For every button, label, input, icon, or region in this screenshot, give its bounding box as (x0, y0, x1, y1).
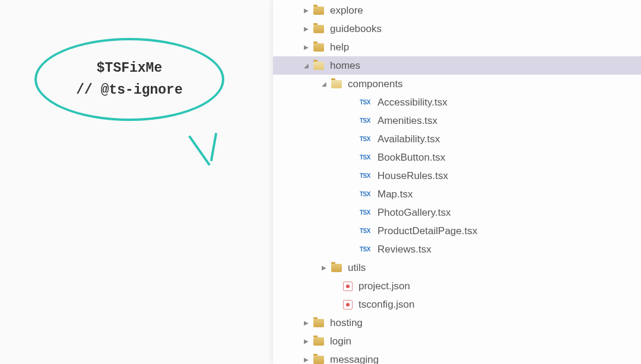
folder-icon (313, 25, 324, 33)
tree-item-label: project.json (358, 280, 410, 292)
tree-item-components[interactable]: ◢components (273, 75, 641, 93)
tree-item-label: Amenities.tsx (377, 115, 437, 127)
tree-item-label: guidebooks (330, 23, 382, 35)
tsx-file-icon: TSX (360, 99, 373, 106)
tree-item-label: homes (330, 60, 360, 72)
speech-bubble: $TSFixMe // @ts-ignore (34, 38, 224, 121)
tree-item-label: PhotoGallery.tsx (377, 207, 450, 219)
folder-icon (313, 319, 324, 327)
tree-item-productdetailpage-tsx[interactable]: TSXProductDetailPage.tsx (273, 222, 641, 240)
tree-item-label: Availability.tsx (377, 133, 440, 145)
tree-item-label: components (348, 78, 403, 90)
tree-item-help[interactable]: ▶help (273, 38, 641, 56)
tree-item-guidebooks[interactable]: ▶guidebooks (273, 20, 641, 38)
tree-item-label: ProductDetailPage.tsx (377, 225, 477, 237)
folder-icon (331, 264, 342, 272)
file-tree-panel[interactable]: ▶explore▶guidebooks▶help◢homes◢component… (273, 0, 641, 364)
tree-item-amenities-tsx[interactable]: TSXAmenities.tsx (273, 111, 641, 130)
chevron-right-icon[interactable]: ▶ (303, 44, 310, 51)
json-file-icon (343, 300, 353, 309)
tree-item-reviews-tsx[interactable]: TSXReviews.tsx (273, 240, 641, 258)
tree-item-utils[interactable]: ▶utils (273, 258, 641, 277)
tree-item-project-json[interactable]: project.json (273, 277, 641, 295)
tree-item-map-tsx[interactable]: TSXMap.tsx (273, 185, 641, 203)
tree-item-availability-tsx[interactable]: TSXAvailability.tsx (273, 130, 641, 148)
tree-item-label: BookButton.tsx (377, 152, 445, 164)
tree-item-accessibility-tsx[interactable]: TSXAccessibility.tsx (273, 93, 641, 111)
tree-item-bookbutton-tsx[interactable]: TSXBookButton.tsx (273, 148, 641, 167)
tree-item-homes[interactable]: ◢homes (273, 56, 641, 75)
tsx-file-icon: TSX (360, 209, 373, 216)
chevron-right-icon[interactable]: ▶ (303, 338, 310, 345)
tree-item-label: Reviews.tsx (377, 244, 431, 256)
tree-item-label: Accessibility.tsx (377, 97, 448, 108)
tree-item-explore[interactable]: ▶explore (273, 1, 641, 20)
tree-item-label: login (330, 336, 351, 347)
tree-item-photogallery-tsx[interactable]: TSXPhotoGallery.tsx (273, 203, 641, 222)
tree-item-label: Map.tsx (377, 189, 413, 200)
tsx-file-icon: TSX (360, 136, 373, 142)
tree-item-label: explore (330, 5, 363, 17)
tsx-file-icon: TSX (360, 246, 373, 253)
code-line-1: $TSFixMe (97, 58, 162, 79)
tree-item-label: utils (348, 262, 366, 274)
tree-item-hosting[interactable]: ▶hosting (273, 314, 641, 332)
chevron-right-icon[interactable]: ▶ (303, 356, 310, 363)
slide-area: $TSFixMe // @ts-ignore (0, 0, 273, 364)
tree-item-label: help (330, 41, 349, 53)
folder-icon (313, 7, 324, 15)
folder-icon (313, 356, 324, 364)
tree-item-label: HouseRules.tsx (377, 170, 448, 182)
folder-icon (313, 43, 324, 52)
chevron-right-icon[interactable]: ▶ (303, 320, 310, 327)
chevron-right-icon[interactable]: ▶ (320, 264, 328, 272)
tree-item-messaging[interactable]: ▶messaging (273, 350, 641, 364)
tsx-file-icon: TSX (360, 154, 373, 161)
tsx-file-icon: TSX (360, 117, 373, 124)
code-line-2: // @ts-ignore (76, 79, 182, 101)
json-file-icon (343, 282, 353, 291)
chevron-down-icon[interactable]: ◢ (303, 62, 310, 69)
bubble-outline: $TSFixMe // @ts-ignore (34, 38, 224, 121)
chevron-right-icon[interactable]: ▶ (303, 25, 310, 33)
folder-icon (331, 80, 342, 88)
tree-item-tsconfig-json[interactable]: tsconfig.json (273, 295, 641, 314)
tree-item-label: messaging (330, 354, 379, 365)
tsx-file-icon: TSX (360, 191, 373, 197)
tree-item-label: tsconfig.json (358, 299, 415, 311)
folder-icon (313, 337, 324, 346)
tree-item-login[interactable]: ▶login (273, 332, 641, 350)
folder-icon (313, 62, 324, 70)
tsx-file-icon: TSX (360, 228, 373, 234)
chevron-down-icon[interactable]: ◢ (320, 81, 328, 88)
tsx-file-icon: TSX (360, 173, 373, 179)
tree-item-label: hosting (330, 317, 363, 329)
tree-item-houserules-tsx[interactable]: TSXHouseRules.tsx (273, 167, 641, 185)
chevron-right-icon[interactable]: ▶ (303, 7, 310, 14)
